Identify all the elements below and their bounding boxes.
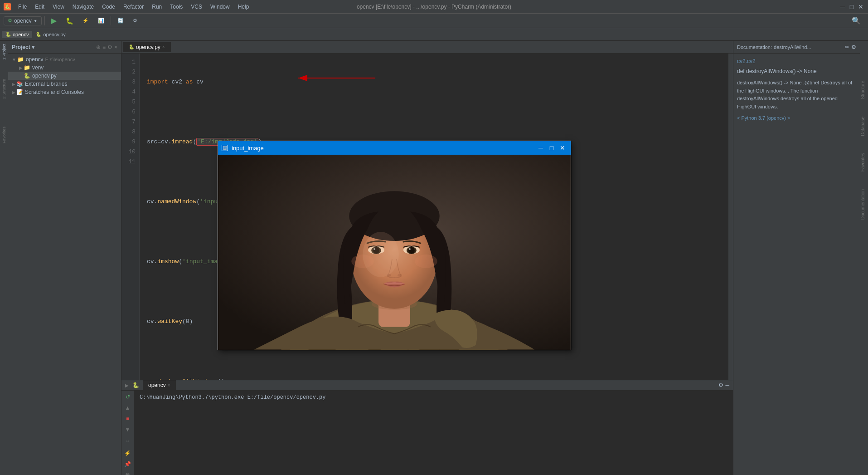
project-tab-opencv[interactable]: 🐍 opencv — [2, 31, 32, 38]
toolbar-separator2 — [111, 16, 111, 25]
tree-item-venv[interactable]: ▶ 📁 venv — [8, 64, 121, 72]
image-maximize-button[interactable]: □ — [547, 143, 556, 152]
venv-folder-icon: 📁 — [24, 64, 30, 71]
tree-item-external-libs[interactable]: ▶ 📚 External Libraries — [8, 80, 121, 88]
svg-point-22 — [363, 232, 399, 277]
project-tab-file[interactable]: 🐍 opencv.py — [32, 31, 69, 38]
image-window: 🖼 input_image ─ □ ✕ — [218, 141, 571, 350]
favorites-sidebar-icon[interactable]: Favorites — [0, 126, 8, 144]
menu-view[interactable]: View — [49, 2, 68, 11]
image-window-controls: ─ □ ✕ — [536, 143, 567, 152]
doc-signature: def destroyAllWindows() -> None — [737, 67, 856, 75]
image-close-button[interactable]: ✕ — [558, 143, 567, 152]
run-wrap-icon[interactable]: ↔ — [123, 436, 132, 445]
doc-func-name: destroyAllWind... — [774, 44, 811, 50]
profile-button[interactable]: 📊 — [94, 16, 108, 25]
menu-edit[interactable]: Edit — [31, 2, 48, 11]
settings-button[interactable]: ⚙ — [129, 16, 141, 25]
run-scroll-down-icon[interactable]: ▼ — [123, 425, 132, 434]
image-window-titlebar: 🖼 input_image ─ □ ✕ — [218, 141, 571, 155]
run-clear-icon[interactable]: 🗑 — [123, 470, 132, 475]
locate-icon[interactable]: ⊕ — [96, 44, 101, 50]
app-icon: 🐍 — [4, 3, 11, 10]
run-tab-close[interactable]: × — [168, 383, 170, 388]
debug-button[interactable]: 🐛 — [62, 16, 77, 26]
line-numbers: 1 2 3 4 5 6 7 8 9 10 11 — [121, 54, 140, 380]
menu-navigate[interactable]: Navigate — [69, 2, 97, 11]
doc-description: destroyAllWindows() -> None .@brief Dest… — [737, 79, 856, 111]
editor-scrollbar[interactable] — [728, 54, 733, 380]
sync-button[interactable]: 🔄 — [114, 16, 127, 25]
tree-item-opencv-py[interactable]: ▶ 🐍 opencv.py — [8, 72, 121, 80]
hide-icon[interactable]: × — [114, 44, 117, 50]
doc-header-label: Documentation: — [737, 44, 772, 50]
project-panel-title: Project ▾ — [12, 44, 94, 50]
image-window-title: input_image — [232, 145, 536, 152]
external-libs-icon: 📚 — [16, 81, 23, 87]
window-controls: ─ □ ✕ — [839, 3, 864, 10]
doc-python-link[interactable]: < Python 3.7 (opencv) > — [737, 114, 856, 122]
run-content: ↺ ▲ ■ ▼ ↔ ⚡ 📌 🗑 C:\HuanJing\Python3.7\py… — [121, 391, 733, 475]
menu-tools[interactable]: Tools — [166, 2, 186, 11]
doc-cv-link[interactable]: cv2.cv2 — [737, 57, 856, 65]
tree-item-scratches[interactable]: ▶ 📝 Scratches and Consoles — [8, 88, 121, 96]
collapse-icon[interactable]: ≡ — [102, 44, 106, 50]
right-sidebar-icons: Structure Database Favorites Documentati… — [860, 41, 868, 475]
search-button[interactable]: 🔍 — [848, 15, 864, 26]
database-right-icon[interactable]: Database — [860, 113, 868, 140]
project-header-icons: ⊕ ≡ ⚙ × — [96, 44, 117, 50]
menu-window[interactable]: Window — [207, 2, 233, 11]
toolbar-separator — [44, 16, 45, 25]
run-output: C:\HuanJing\Python3.7\python.exe E:/file… — [134, 391, 733, 475]
project-file-label: opencv.py — [43, 32, 65, 37]
menu-refactor[interactable]: Refactor — [120, 2, 147, 11]
project-panel-header: Project ▾ ⊕ ≡ ⚙ × — [8, 41, 121, 54]
menu-help[interactable]: Help — [234, 2, 253, 11]
tree-item-opencv-root[interactable]: ▼ 📁 opencv E:\file\opencv — [8, 55, 121, 64]
editor-tab-opencv[interactable]: 🐍 opencv.py × — [123, 42, 171, 52]
image-body — [218, 155, 571, 350]
menu-vcs[interactable]: VCS — [187, 2, 206, 11]
close-button[interactable]: ✕ — [857, 3, 864, 10]
portrait-image — [218, 155, 571, 350]
project-sidebar-icon[interactable]: 1:Project — [0, 43, 8, 61]
code-line-1: import cv2 as cv — [147, 77, 721, 87]
window-title: opencv [E:\file\opencv] - ...\opencv.py … — [357, 4, 511, 10]
structure-right-icon[interactable]: Structure — [860, 77, 868, 103]
run-filter-icon[interactable]: ⚡ — [123, 449, 132, 458]
svg-point-21 — [415, 255, 437, 268]
maximize-button[interactable]: □ — [848, 3, 855, 10]
favorites-right-icon[interactable]: Favorites — [860, 149, 868, 175]
tab-close-icon[interactable]: × — [162, 44, 165, 49]
menu-run[interactable]: Run — [148, 2, 165, 11]
documentation-right-icon[interactable]: Documentation — [860, 186, 868, 223]
code-line-11: cv.destroyAllWindows() — [147, 377, 721, 380]
run-tab-label: opencv — [148, 382, 166, 388]
run-scroll-up-icon[interactable]: ▲ — [123, 403, 132, 412]
run-hide-icon[interactable]: ─ — [725, 382, 729, 388]
doc-panel-header: Documentation: destroyAllWind... ✏ ⚙ — [733, 41, 860, 54]
menu-file[interactable]: File — [15, 2, 30, 11]
run-panel-tabs: ▶ 🐍 opencv × ⚙ ─ — [121, 380, 733, 391]
run-stop-icon[interactable]: ■ — [123, 414, 132, 423]
run-config[interactable]: ⚙ opencv ▼ — [4, 16, 42, 25]
doc-settings-icon[interactable]: ⚙ — [851, 44, 856, 50]
editor-tab-label: opencv.py — [136, 44, 160, 50]
coverage-button[interactable]: ⚡ — [79, 16, 92, 25]
image-minimize-button[interactable]: ─ — [536, 143, 545, 152]
minimize-button[interactable]: ─ — [839, 3, 846, 10]
run-tab-opencv[interactable]: opencv × — [143, 380, 176, 390]
run-settings-icon[interactable]: ⚙ — [718, 382, 723, 388]
menu-code[interactable]: Code — [98, 2, 119, 11]
svg-point-16 — [409, 248, 411, 250]
folder-icon: 📁 — [17, 56, 24, 63]
project-panel: Project ▾ ⊕ ≡ ⚙ × ▼ 📁 opencv E:\file\ope… — [8, 41, 121, 475]
documentation-panel: Documentation: destroyAllWind... ✏ ⚙ cv2… — [733, 41, 860, 475]
python-file-icon: 🐍 — [24, 73, 30, 79]
doc-edit-icon[interactable]: ✏ — [845, 44, 849, 50]
run-restart-icon[interactable]: ↺ — [123, 392, 132, 402]
run-pin-icon[interactable]: 📌 — [123, 460, 132, 469]
structure-sidebar-icon[interactable]: 2:Structure — [0, 80, 8, 98]
run-button[interactable]: ▶ — [48, 15, 60, 26]
settings-gear-icon[interactable]: ⚙ — [107, 44, 112, 50]
